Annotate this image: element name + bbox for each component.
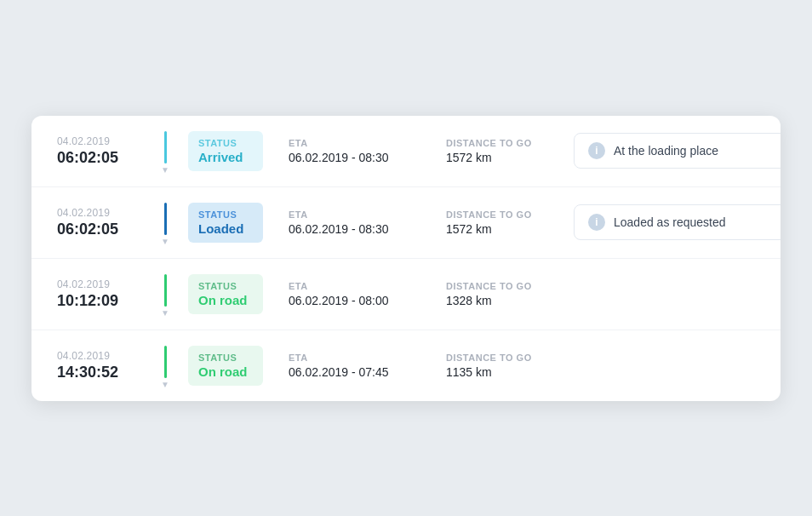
eta-block: ETA 06.02.2019 - 08:30 [289, 138, 420, 164]
info-icon: i [588, 142, 605, 159]
status-value: Arrived [198, 150, 253, 164]
status-badge: STATUS On road [188, 346, 263, 386]
timeline-bar [164, 274, 167, 307]
timeline-row: 04.02.2019 06:02:05 ▼ STATUS Arrived ETA… [31, 116, 781, 187]
eta-block: ETA 06.02.2019 - 07:45 [289, 353, 420, 379]
status-label: STATUS [198, 281, 253, 291]
distance-block: DISTANCE TO GO 1572 km [446, 209, 548, 236]
timeline-arrow: ▼ [161, 380, 169, 389]
status-badge: STATUS On road [188, 274, 263, 314]
info-box: i Loaded as requested [574, 204, 781, 240]
timeline-arrow: ▼ [161, 308, 169, 318]
timeline-bar [164, 131, 167, 163]
distance-value: 1135 km [446, 365, 548, 379]
distance-label: DISTANCE TO GO [446, 209, 548, 220]
status-value: On road [198, 364, 253, 379]
status-badge: STATUS Loaded [188, 203, 263, 243]
datetime-block: 04.02.2019 06:02:05 [57, 207, 151, 238]
status-value: On road [198, 293, 253, 307]
eta-value: 06.02.2019 - 08:00 [289, 294, 420, 307]
distance-block: DISTANCE TO GO 1572 km [446, 138, 548, 164]
timeline-row: 04.02.2019 10:12:09 ▼ STATUS On road ETA… [31, 259, 781, 330]
eta-label: ETA [289, 281, 420, 291]
time-value: 10:12:09 [57, 292, 151, 310]
timeline-column: ▼ [157, 131, 173, 171]
eta-value: 06.02.2019 - 08:30 [289, 222, 420, 236]
distance-block: DISTANCE TO GO 1135 km [446, 353, 548, 379]
timeline-column: ▼ [157, 346, 173, 386]
time-value: 14:30:52 [57, 364, 151, 381]
eta-label: ETA [289, 209, 420, 220]
date-label: 04.02.2019 [57, 135, 151, 147]
eta-block: ETA 06.02.2019 - 08:30 [289, 209, 420, 236]
timeline-row: 04.02.2019 14:30:52 ▼ STATUS On road ETA… [31, 330, 781, 401]
eta-label: ETA [289, 353, 420, 363]
date-label: 04.02.2019 [57, 207, 151, 219]
timeline-column: ▼ [157, 274, 173, 314]
info-icon: i [588, 214, 605, 231]
timeline-arrow: ▼ [161, 165, 169, 175]
eta-value: 06.02.2019 - 07:45 [289, 365, 420, 379]
info-box: i At the loading place [574, 133, 781, 169]
distance-value: 1572 km [446, 222, 548, 236]
distance-label: DISTANCE TO GO [446, 281, 548, 291]
status-label: STATUS [198, 138, 253, 148]
status-label: STATUS [198, 353, 253, 363]
distance-value: 1572 km [446, 151, 548, 164]
datetime-block: 04.02.2019 14:30:52 [57, 350, 151, 381]
date-label: 04.02.2019 [57, 350, 151, 362]
distance-block: DISTANCE TO GO 1328 km [446, 281, 548, 307]
timeline-arrow: ▼ [161, 237, 169, 246]
eta-value: 06.02.2019 - 08:30 [289, 151, 420, 164]
status-value: Loaded [198, 221, 253, 236]
info-text: At the loading place [614, 144, 718, 158]
timeline-bar [164, 346, 167, 378]
timeline-column: ▼ [157, 203, 173, 243]
distance-label: DISTANCE TO GO [446, 138, 548, 148]
eta-label: ETA [289, 138, 420, 148]
timeline-bar [164, 203, 167, 235]
datetime-block: 04.02.2019 06:02:05 [57, 135, 151, 167]
info-text: Loaded as requested [614, 215, 726, 229]
status-badge: STATUS Arrived [188, 131, 263, 171]
eta-block: ETA 06.02.2019 - 08:00 [289, 281, 420, 307]
distance-value: 1328 km [446, 294, 548, 307]
time-value: 06:02:05 [57, 221, 151, 238]
time-value: 06:02:05 [57, 149, 151, 167]
timeline-card: 04.02.2019 06:02:05 ▼ STATUS Arrived ETA… [31, 116, 781, 401]
distance-label: DISTANCE TO GO [446, 353, 548, 363]
date-label: 04.02.2019 [57, 278, 151, 290]
timeline-row: 04.02.2019 06:02:05 ▼ STATUS Loaded ETA … [31, 187, 781, 259]
datetime-block: 04.02.2019 10:12:09 [57, 278, 151, 310]
status-label: STATUS [198, 209, 253, 220]
